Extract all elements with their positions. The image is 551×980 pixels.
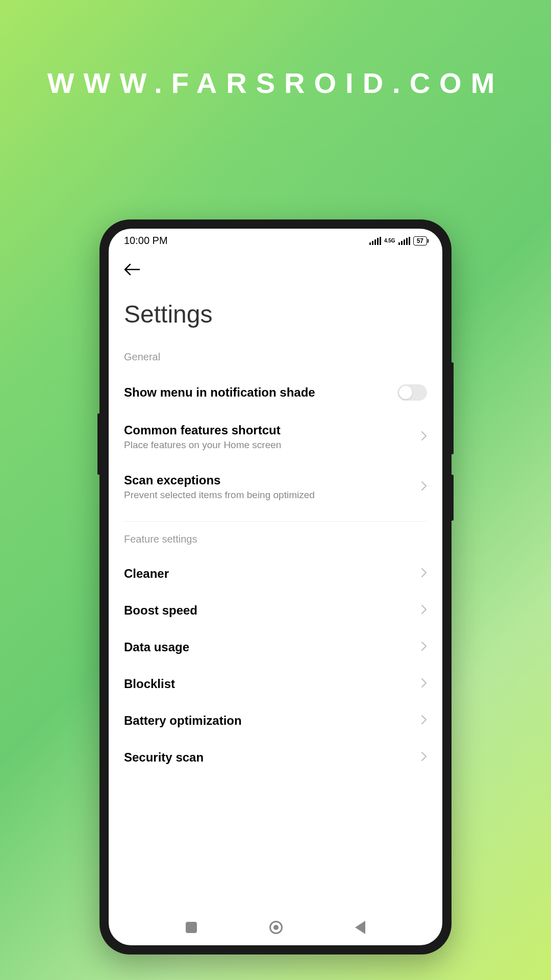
header-bar: [109, 251, 442, 285]
watermark-text: WWW.FARSROID.COM: [0, 66, 551, 100]
settings-content: General Show menu in notification shade …: [109, 344, 442, 776]
item-title: Cleaner: [124, 567, 421, 581]
navigation-bar: [109, 910, 442, 945]
phone-frame: 10:00 PM 4.5G 57: [99, 219, 452, 954]
item-title: Scan exceptions: [124, 473, 421, 487]
nav-recents-button[interactable]: [186, 922, 197, 933]
phone-side-button: [452, 475, 454, 521]
item-blocklist[interactable]: Blocklist: [124, 666, 427, 702]
item-title: Security scan: [124, 750, 421, 765]
chevron-right-icon: [421, 750, 427, 765]
section-label-features: Feature settings: [124, 526, 427, 555]
item-title: Common features shortcut: [124, 423, 421, 437]
item-title: Data usage: [124, 640, 421, 654]
item-title: Boost speed: [124, 603, 421, 618]
nav-home-button[interactable]: [269, 921, 283, 934]
item-subtitle: Prevent selected items from being optimi…: [124, 489, 421, 501]
item-cleaner[interactable]: Cleaner: [124, 555, 427, 592]
toggle-switch[interactable]: [397, 384, 427, 401]
battery-icon: 57: [413, 236, 427, 246]
item-security-scan[interactable]: Security scan: [124, 739, 427, 776]
phone-power-button: [452, 362, 454, 454]
section-label-general: General: [124, 344, 427, 373]
item-title: Show menu in notification shade: [124, 385, 397, 400]
status-icons: 4.5G 57: [369, 236, 427, 246]
page-title: Settings: [109, 285, 442, 344]
signal-icon-2: [398, 237, 410, 245]
back-arrow-icon[interactable]: [124, 261, 140, 279]
status-time: 10:00 PM: [124, 235, 168, 247]
toggle-knob: [399, 386, 412, 399]
item-boost-speed[interactable]: Boost speed: [124, 592, 427, 629]
item-battery-optimization[interactable]: Battery optimization: [124, 702, 427, 739]
chevron-right-icon: [421, 714, 427, 728]
chevron-right-icon: [421, 640, 427, 654]
chevron-right-icon: [421, 480, 427, 494]
item-show-menu-notification[interactable]: Show menu in notification shade: [124, 373, 427, 412]
item-title: Battery optimization: [124, 714, 421, 728]
section-divider: [124, 521, 427, 522]
network-label: 4.5G: [384, 238, 395, 243]
status-bar: 10:00 PM 4.5G 57: [109, 229, 442, 251]
chevron-right-icon: [421, 677, 427, 691]
nav-back-button[interactable]: [355, 921, 365, 934]
item-common-features-shortcut[interactable]: Common features shortcut Place features …: [124, 412, 427, 462]
phone-screen: 10:00 PM 4.5G 57: [109, 229, 442, 945]
item-title: Blocklist: [124, 677, 421, 691]
chevron-right-icon: [421, 603, 427, 618]
chevron-right-icon: [421, 430, 427, 444]
signal-icon: [369, 237, 381, 245]
item-subtitle: Place features on your Home screen: [124, 439, 421, 451]
chevron-right-icon: [421, 567, 427, 581]
phone-volume-button: [97, 413, 99, 475]
item-scan-exceptions[interactable]: Scan exceptions Prevent selected items f…: [124, 462, 427, 512]
item-data-usage[interactable]: Data usage: [124, 629, 427, 666]
